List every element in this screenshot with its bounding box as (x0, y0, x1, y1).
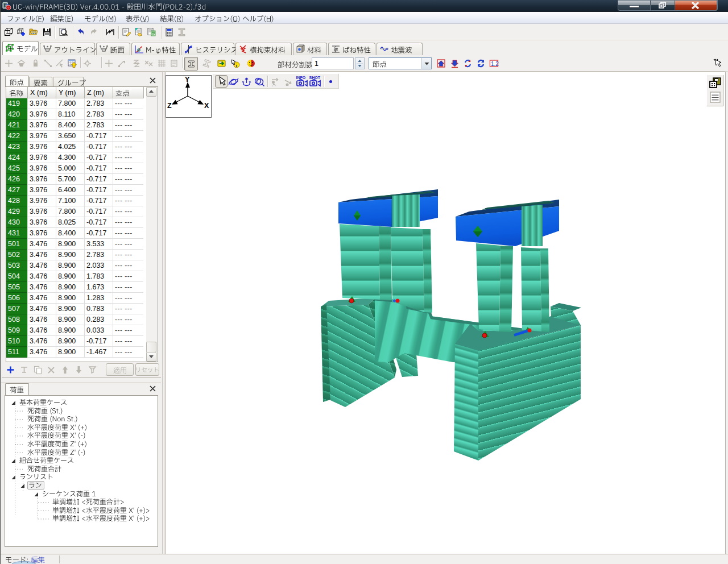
svg-text:Y: Y (185, 76, 190, 84)
svg-text:INFO: INFO (296, 76, 306, 80)
svg-text:X: X (204, 102, 209, 110)
svg-text:Z: Z (167, 102, 172, 110)
svg-text:1.2: 1.2 (491, 61, 499, 67)
svg-text:SHOT: SHOT (309, 76, 321, 80)
